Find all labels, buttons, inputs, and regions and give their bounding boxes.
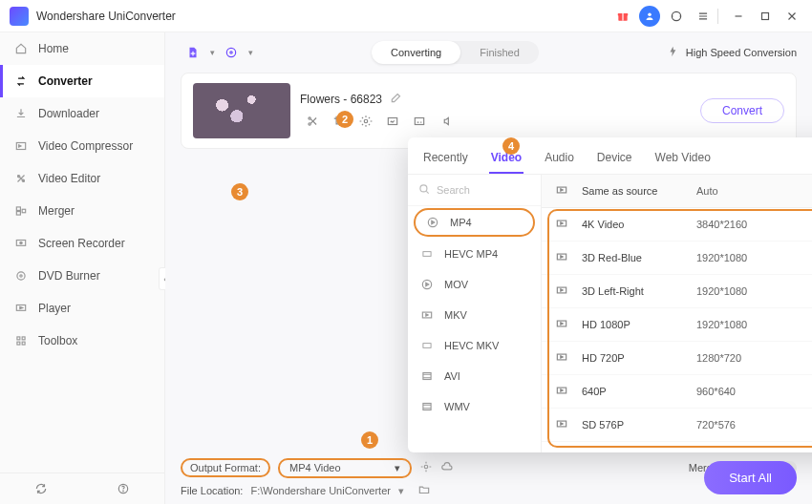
sidebar-item-player[interactable]: Player bbox=[0, 292, 164, 325]
tab-device[interactable]: Device bbox=[595, 145, 634, 174]
tab-converting[interactable]: Converting bbox=[372, 41, 460, 64]
sidebar-item-downloader[interactable]: Downloader bbox=[0, 97, 164, 130]
resolution-row[interactable]: 3D Red-Blue 1920*1080 bbox=[542, 242, 812, 275]
svg-rect-20 bbox=[22, 342, 25, 345]
watermark-icon[interactable] bbox=[386, 115, 399, 131]
format-hevc-mkv[interactable]: HEVC MKV bbox=[408, 330, 541, 361]
svg-rect-17 bbox=[17, 337, 20, 340]
svg-point-14 bbox=[17, 272, 25, 280]
trim-icon[interactable] bbox=[306, 115, 319, 131]
annotation-4: 4 bbox=[502, 137, 520, 155]
resolution-name: HD 1080P bbox=[582, 319, 696, 330]
format-label: MP4 bbox=[450, 217, 472, 228]
format-wmv[interactable]: WMV bbox=[408, 391, 541, 422]
sidebar-item-editor[interactable]: Video Editor bbox=[0, 162, 164, 195]
video-thumbnail[interactable] bbox=[193, 83, 290, 138]
folder-icon[interactable] bbox=[417, 483, 431, 498]
merger-icon bbox=[13, 203, 29, 219]
format-avi[interactable]: AVI bbox=[408, 361, 541, 391]
resolution-value: 1920*1080 bbox=[696, 285, 812, 297]
settings-icon[interactable] bbox=[419, 460, 433, 475]
resolution-row[interactable]: 640P 960*640 bbox=[542, 375, 812, 409]
resolution-name: HD 720P bbox=[582, 352, 696, 364]
svg-point-26 bbox=[309, 117, 310, 119]
sidebar-item-burner[interactable]: DVD Burner bbox=[0, 260, 164, 292]
format-mov[interactable]: MOV bbox=[408, 269, 541, 300]
resolution-value: 720*576 bbox=[696, 419, 812, 430]
format-mkv[interactable]: MKV bbox=[408, 300, 541, 330]
format-list: Search MP4 HEVC MP4 MOV MKV bbox=[408, 175, 542, 452]
svg-rect-9 bbox=[16, 207, 20, 211]
high-speed-label: High Speed Conversion bbox=[686, 47, 797, 58]
format-label: HEVC MP4 bbox=[444, 248, 498, 260]
subtitle-icon[interactable] bbox=[413, 115, 426, 131]
high-speed-toggle[interactable]: High Speed Conversion bbox=[667, 45, 797, 60]
search-icon bbox=[417, 182, 431, 198]
close-button[interactable] bbox=[781, 6, 802, 27]
tab-finished[interactable]: Finished bbox=[460, 41, 539, 64]
resolution-name: Same as source bbox=[582, 185, 696, 197]
video-icon bbox=[555, 250, 572, 265]
editor-icon bbox=[13, 171, 29, 186]
svg-rect-10 bbox=[16, 212, 20, 216]
help-button[interactable] bbox=[82, 473, 164, 504]
resolution-row[interactable]: SD 576P 720*576 bbox=[542, 409, 812, 442]
format-hevc-mp4[interactable]: HEVC MP4 bbox=[408, 239, 541, 269]
annotation-2: 2 bbox=[336, 111, 353, 128]
video-icon bbox=[555, 284, 572, 299]
effect-icon[interactable] bbox=[359, 115, 373, 131]
resolution-value: Auto bbox=[696, 185, 812, 197]
app-title: Wondershare UniConverter bbox=[36, 10, 176, 23]
start-all-button[interactable]: Start All bbox=[704, 461, 797, 494]
support-icon[interactable] bbox=[666, 6, 687, 27]
account-icon[interactable] bbox=[639, 6, 660, 27]
sidebar-item-home[interactable]: Home bbox=[0, 32, 164, 65]
audio-icon[interactable] bbox=[439, 115, 453, 131]
sidebar-item-converter[interactable]: Converter bbox=[0, 65, 164, 97]
sidebar-item-merger[interactable]: Merger bbox=[0, 195, 164, 227]
resolution-name: 4K Video bbox=[582, 219, 696, 230]
sidebar-item-toolbox[interactable]: Toolbox bbox=[0, 325, 164, 357]
chevron-down-icon[interactable]: ▾ bbox=[398, 485, 404, 497]
tab-audio[interactable]: Audio bbox=[543, 145, 576, 174]
menu-icon[interactable] bbox=[693, 6, 714, 27]
svg-rect-35 bbox=[423, 344, 431, 348]
format-label: AVI bbox=[444, 370, 460, 382]
format-mp4[interactable]: MP4 bbox=[414, 208, 535, 237]
sidebar-item-recorder[interactable]: Screen Recorder bbox=[0, 227, 164, 260]
gift-icon[interactable] bbox=[612, 6, 633, 27]
minimize-button[interactable] bbox=[728, 6, 749, 27]
video-tools bbox=[300, 115, 691, 131]
edit-name-icon[interactable] bbox=[390, 91, 403, 107]
sidebar-item-compressor[interactable]: Video Compressor bbox=[0, 130, 164, 162]
resolution-value: 960*640 bbox=[696, 386, 812, 397]
main-area: ▾ ▾ Converting Finished High Speed Conve… bbox=[165, 32, 812, 504]
resolution-row[interactable]: Same as source Auto bbox=[542, 175, 812, 208]
resolution-row[interactable]: HD 720P 1280*720 bbox=[542, 342, 812, 375]
resolution-row[interactable]: 4K Video 3840*2160 bbox=[542, 208, 812, 242]
resolution-name: 640P bbox=[582, 386, 696, 397]
refresh-button[interactable] bbox=[0, 473, 82, 504]
add-disc-button[interactable]: ▾ bbox=[219, 40, 244, 65]
video-icon bbox=[555, 350, 572, 366]
toolbox-icon bbox=[13, 333, 29, 348]
video-icon bbox=[555, 384, 572, 399]
add-file-button[interactable]: ▾ bbox=[181, 40, 205, 65]
output-format-select[interactable]: MP4 Video ▾ bbox=[278, 458, 412, 478]
cloud-icon[interactable] bbox=[440, 460, 454, 475]
convert-button[interactable]: Convert bbox=[700, 98, 784, 123]
sidebar-item-label: Player bbox=[38, 302, 71, 315]
format-search[interactable]: Search bbox=[408, 175, 541, 206]
format-label: MOV bbox=[444, 279, 468, 290]
tab-recently[interactable]: Recently bbox=[421, 145, 470, 174]
tab-web-video[interactable]: Web Video bbox=[653, 145, 713, 174]
resolution-row[interactable]: 3D Left-Right 1920*1080 bbox=[542, 275, 812, 308]
resolution-value: 1920*1080 bbox=[696, 252, 812, 263]
video-icon bbox=[555, 217, 572, 232]
svg-rect-2 bbox=[622, 12, 623, 20]
maximize-button[interactable] bbox=[755, 6, 776, 27]
svg-point-25 bbox=[309, 123, 310, 125]
resolution-row[interactable]: HD 1080P 1920*1080 bbox=[542, 308, 812, 342]
burner-icon bbox=[13, 268, 29, 284]
player-icon bbox=[13, 301, 29, 316]
